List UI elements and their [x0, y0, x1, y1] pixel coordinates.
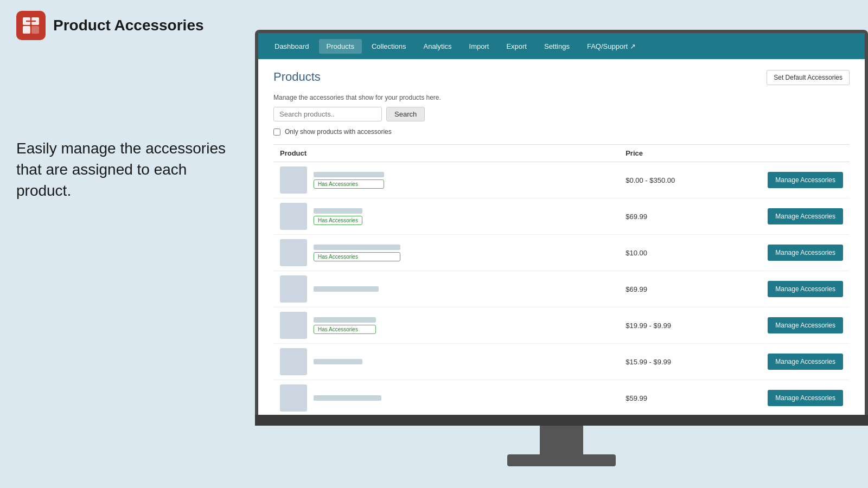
manage-accessories-button-0[interactable]: Manage Accessories [768, 172, 843, 188]
action-cell-4: Manage Accessories [705, 307, 850, 344]
price-cell-5: $15.99 - $9.99 [619, 344, 705, 380]
price-cell-2: $10.00 [619, 235, 705, 271]
price-cell-1: $69.99 [619, 198, 705, 235]
nav-item-import[interactable]: Import [462, 39, 497, 54]
product-cell-2: Has Accessories [273, 235, 619, 271]
products-table: Product Price Has Accessories$0.00 - $35… [273, 144, 850, 416]
search-input[interactable] [273, 107, 382, 121]
price-cell-6: $59.99 [619, 380, 705, 416]
has-accessories-badge-4: Has Accessories [314, 325, 376, 334]
monitor-wrapper: Dashboard Products Collections Analytics… [255, 30, 868, 488]
product-cell-5 [273, 344, 619, 380]
manage-accessories-button-6[interactable]: Manage Accessories [768, 390, 843, 406]
has-accessories-badge-0: Has Accessories [314, 179, 384, 189]
table-row: $15.99 - $9.99Manage Accessories [273, 344, 850, 380]
has-accessories-badge-2: Has Accessories [314, 252, 400, 261]
action-cell-1: Manage Accessories [705, 198, 850, 235]
product-cell-0: Has Accessories [273, 162, 619, 198]
table-row: $69.99Manage Accessories [273, 271, 850, 307]
price-cell-3: $69.99 [619, 271, 705, 307]
svg-rect-3 [31, 26, 39, 34]
manage-accessories-button-1[interactable]: Manage Accessories [768, 208, 843, 224]
page-subtitle: Manage the accessories that show for you… [273, 94, 850, 101]
manage-accessories-button-4[interactable]: Manage Accessories [768, 317, 843, 333]
action-cell-3: Manage Accessories [705, 271, 850, 307]
filter-row: Only show products with accessories [273, 128, 850, 136]
action-cell-6: Manage Accessories [705, 380, 850, 416]
monitor-stand-top [540, 426, 583, 455]
search-button[interactable]: Search [386, 107, 425, 121]
product-thumbnail-4 [280, 312, 307, 339]
logo-area: Product Accessories [16, 11, 239, 40]
nav-item-dashboard[interactable]: Dashboard [267, 39, 317, 54]
table-row: Has Accessories$10.00Manage Accessories [273, 235, 850, 271]
product-name-bar-1 [314, 208, 362, 214]
table-row: Has Accessories$69.99Manage Accessories [273, 198, 850, 235]
product-thumbnail-1 [280, 203, 307, 230]
product-name-bar-0 [314, 172, 384, 177]
action-cell-0: Manage Accessories [705, 162, 850, 198]
manage-accessories-button-3[interactable]: Manage Accessories [768, 281, 843, 297]
table-row: Has Accessories$0.00 - $350.00Manage Acc… [273, 162, 850, 198]
has-accessories-badge-1: Has Accessories [314, 216, 362, 225]
product-thumbnail-0 [280, 166, 307, 194]
table-header: Product Price [273, 145, 850, 162]
product-thumbnail-3 [280, 275, 307, 303]
col-action [705, 145, 850, 162]
app-title: Product Accessories [53, 17, 204, 34]
monitor-screen: Dashboard Products Collections Analytics… [255, 30, 868, 426]
app-container: Dashboard Products Collections Analytics… [258, 33, 865, 422]
left-panel: Product Accessories Easily manage the ac… [0, 0, 255, 423]
product-cell-4: Has Accessories [273, 307, 619, 344]
product-name-bar-4 [314, 317, 376, 323]
nav-item-faq[interactable]: FAQ/Support ↗ [579, 39, 643, 54]
table-row: Has Accessories$19.99 - $9.99Manage Acce… [273, 307, 850, 344]
col-product: Product [273, 145, 619, 162]
price-cell-4: $19.99 - $9.99 [619, 307, 705, 344]
app-tagline: Easily manage the accessories that are a… [16, 138, 239, 202]
product-cell-6 [273, 380, 619, 416]
monitor-stand-base [507, 454, 616, 466]
product-name-bar-2 [314, 245, 400, 250]
action-cell-2: Manage Accessories [705, 235, 850, 271]
manage-accessories-button-5[interactable]: Manage Accessories [768, 354, 843, 370]
nav-item-collections[interactable]: Collections [364, 39, 414, 54]
set-default-accessories-button[interactable]: Set Default Accessories [767, 70, 850, 85]
page-title: Products [273, 70, 850, 84]
product-cell-1: Has Accessories [273, 198, 619, 235]
table-row: $59.99Manage Accessories [273, 380, 850, 416]
manage-accessories-button-2[interactable]: Manage Accessories [768, 245, 843, 261]
search-row: Search [273, 107, 850, 121]
col-price: Price [619, 145, 705, 162]
action-cell-5: Manage Accessories [705, 344, 850, 380]
product-name-bar-5 [314, 359, 362, 364]
price-cell-0: $0.00 - $350.00 [619, 162, 705, 198]
svg-rect-2 [23, 26, 30, 34]
product-thumbnail-6 [280, 384, 307, 412]
monitor-bezel [255, 415, 868, 426]
app-logo-icon [16, 11, 46, 40]
nav-item-export[interactable]: Export [499, 39, 534, 54]
product-cell-3 [273, 271, 619, 307]
nav-bar: Dashboard Products Collections Analytics… [258, 33, 865, 59]
products-tbody: Has Accessories$0.00 - $350.00Manage Acc… [273, 162, 850, 416]
nav-item-analytics[interactable]: Analytics [416, 39, 459, 54]
product-name-bar-3 [314, 286, 379, 292]
product-thumbnail-2 [280, 239, 307, 266]
product-thumbnail-5 [280, 348, 307, 375]
nav-item-products[interactable]: Products [319, 39, 362, 54]
filter-checkbox[interactable] [273, 129, 280, 136]
product-name-bar-6 [314, 395, 381, 401]
nav-item-settings[interactable]: Settings [537, 39, 577, 54]
filter-label: Only show products with accessories [285, 128, 392, 136]
